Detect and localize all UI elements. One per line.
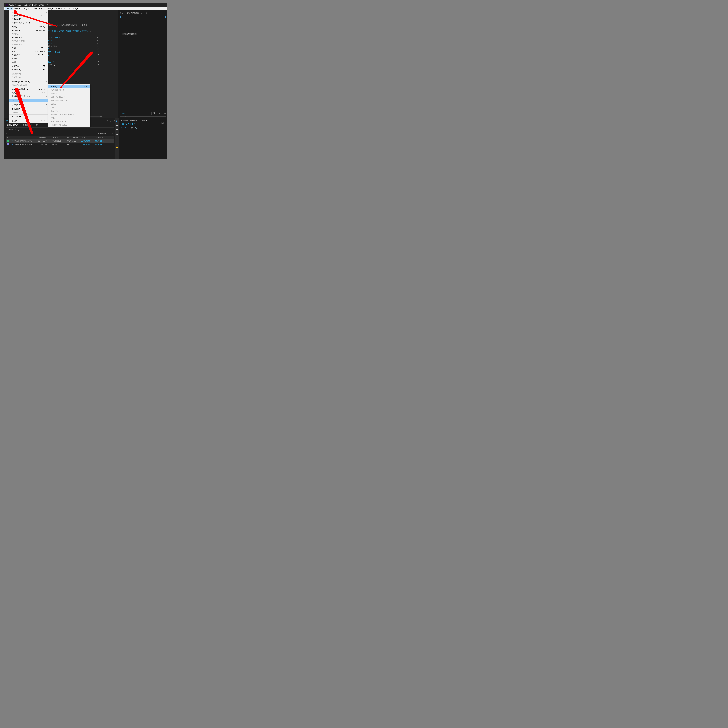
wrench-icon[interactable]: 🔧 [135, 127, 137, 129]
razor-tool-icon[interactable]: ◆ [116, 133, 119, 136]
position-y[interactable]: 540.0 [55, 37, 60, 38]
export-menu-item: 磁带（串行设备）(S)... [48, 99, 90, 102]
column-header[interactable]: 视频入点 [81, 136, 95, 139]
file-menu-item: 链接媒体(L)... [9, 72, 48, 76]
ripple-edit-tool-icon[interactable]: ⇆ [116, 128, 119, 131]
file-menu-item[interactable]: 全部保存 [9, 57, 48, 60]
file-menu-item[interactable]: 另存为(A)...Ctrl+Shift+S [9, 50, 48, 53]
export-icon[interactable]: ⇪ [114, 120, 116, 122]
export-menu-item: 动态图形模板(R)... [48, 88, 90, 92]
hand-tool-icon[interactable]: ✋ [116, 146, 119, 149]
blend-mode-dropdown[interactable]: 正常 ⌄ [48, 64, 60, 66]
file-menu-item[interactable]: 关闭所有项目 [9, 36, 48, 39]
scale-value[interactable]: 100.0 [48, 40, 52, 41]
cell: 00:00:00:00 [38, 140, 52, 142]
tab-metadata[interactable]: 元数据 [82, 24, 87, 27]
file-menu-item: 设为脱机(O)... [9, 76, 48, 79]
type-tool-icon[interactable]: T [116, 150, 119, 153]
program-title: 节目: 赤峰翁牛特旗摄影活动花絮 ≡ [118, 10, 167, 16]
label-swatch [7, 140, 9, 142]
opacity-value[interactable]: 100.0 % [48, 61, 55, 63]
in-marker-icon[interactable] [119, 15, 121, 18]
marker-icon[interactable]: ⬟ [131, 127, 133, 129]
anchor-y[interactable]: 540.0 [55, 51, 60, 53]
svg-marker-1 [60, 51, 93, 88]
sequence-icon: ⧉ [11, 140, 13, 142]
menu-8[interactable]: 帮助(H) [72, 7, 80, 10]
play-icon[interactable]: ▶₊ [110, 120, 112, 122]
column-header[interactable]: 媒体结束 [52, 136, 66, 139]
column-header[interactable]: 名称 [6, 136, 38, 139]
export-menu-item: 将选择项导出为 Premiere 项目(S)... [48, 113, 90, 116]
snap-icon[interactable]: ⁂ [121, 127, 123, 129]
program-ruler[interactable] [119, 16, 166, 18]
timeline-panel: × 赤峰翁牛特旗摄影活动花絮 ≡ 00:04:11:17 ⁂ ∩ ▸ ⬟ 🔧 :… [119, 118, 167, 159]
reset-icon[interactable]: ↶ [97, 39, 99, 42]
file-menu-item[interactable]: 捕捉(T)...F5 [9, 64, 48, 68]
svg-marker-3 [15, 88, 34, 134]
timeline-title: × 赤峰翁牛特旗摄影活动花絮 ≡ [121, 119, 166, 122]
timeline-zero-label: :00:00 [160, 122, 165, 124]
project-tab[interactable]: 库 [35, 123, 38, 127]
cell: 00:04:12:00 [67, 140, 81, 142]
reset-icon[interactable]: ↶ [97, 64, 99, 66]
clip-name: 赤峰翁牛特旗摄影活动 [14, 143, 38, 146]
cell: 00:04:11:24 [52, 140, 67, 142]
menu-7[interactable]: 窗口(W) [63, 7, 71, 10]
track-select-tool-icon[interactable]: ⇥ [116, 124, 119, 127]
out-marker-icon[interactable] [165, 15, 166, 18]
column-header[interactable]: 视频出点 [95, 136, 109, 139]
export-menu-item: 字幕(C)... [48, 92, 90, 95]
column-header[interactable]: 媒体持续时间 [66, 136, 81, 139]
settings-icon[interactable]: ▧ [164, 112, 166, 114]
timeline-timecode[interactable]: 00:04:11:17 [121, 123, 166, 126]
reset-icon[interactable]: ↶ [97, 37, 99, 39]
flicker-value[interactable]: 0.00 [48, 54, 51, 56]
uniform-scale-checkbox[interactable]: ✔ [48, 46, 50, 47]
cell: 00:00:00:00 [81, 144, 95, 145]
annotation-arrow [60, 51, 93, 88]
file-menu-item[interactable]: 保存副本(Y)...Ctrl+Alt+S [9, 53, 48, 57]
file-menu-item[interactable]: 还原(R) [9, 60, 48, 64]
annotation-arrow [14, 9, 57, 27]
filter-icon[interactable]: ▼ [106, 120, 108, 122]
slip-tool-icon[interactable]: |↔| [116, 137, 119, 140]
file-menu-item[interactable]: Adobe Dynamic Link(K) [9, 80, 48, 83]
reset-icon[interactable]: ↶ [97, 45, 99, 47]
program-scrubber[interactable] [119, 116, 166, 117]
reset-icon[interactable]: ↶ [97, 61, 99, 63]
file-menu-item: 刷新所有项目 [9, 43, 48, 46]
reset-icon[interactable]: ↶ [97, 51, 99, 53]
file-menu-item[interactable]: 关闭项目(P)Ctrl+Shift+W [9, 29, 48, 32]
linked-selection-icon[interactable]: ▸ [128, 127, 129, 129]
menu-0[interactable]: 文件(F) [5, 7, 13, 10]
cell: 00:04:11:24 [95, 144, 110, 145]
magnet-icon[interactable]: ∩ [125, 127, 126, 129]
table-row[interactable]: ▦赤峰翁牛特旗摄影活动00:00:00:0000:04:11:2400:04:1… [6, 143, 113, 146]
selection-tool-icon[interactable]: ▶ [116, 119, 119, 122]
position-x[interactable]: 960.0 [48, 37, 52, 38]
reset-icon[interactable]: ↶ [97, 54, 99, 56]
anchor-x[interactable]: 960.0 [48, 51, 52, 53]
uniform-scale-label: 等比缩放 [50, 45, 58, 47]
table-row[interactable]: ⧉赤峰翁牛特旗摄影活动00:00:00:0000:04:11:2400:04:1… [6, 139, 113, 143]
clip-icon: ▦ [11, 144, 13, 145]
selection-status: 1 项已选择，共 2 项 [98, 132, 113, 135]
pen-tool-icon[interactable]: ✒ [116, 141, 119, 144]
export-menu-item: 磁带 (DV/HDV)(T)... [48, 95, 90, 99]
svg-marker-0 [14, 9, 57, 27]
reset-icon[interactable]: ↶ [97, 48, 99, 50]
file-menu-item[interactable]: 保存(S)Ctrl+S [9, 46, 48, 50]
column-header[interactable]: 媒体开始 [38, 136, 52, 139]
file-menu-item[interactable]: 批量捕捉(B)...F6 [9, 68, 48, 71]
export-menu-item: 标记(M)... [48, 109, 90, 113]
rotation-value[interactable]: 0.0 [48, 48, 50, 50]
reset-icon[interactable]: ↶ [97, 42, 99, 44]
export-submenu[interactable]: 媒体(M)...Ctrl+M动态图形模板(R)...字幕(C)...磁带 (DV… [48, 84, 90, 127]
export-menu-item: Avid Log Exchange... [48, 120, 90, 123]
program-timecode[interactable]: 00:04:11:17 [120, 112, 130, 114]
search-icon[interactable]: ⌕ [6, 133, 7, 135]
cell: 00:00:00:00 [81, 140, 95, 142]
zoom-fit-dropdown[interactable]: 适合 ⌄ [151, 112, 162, 115]
clip-label: 赤峰翁牛特旗摄影 [122, 33, 137, 35]
